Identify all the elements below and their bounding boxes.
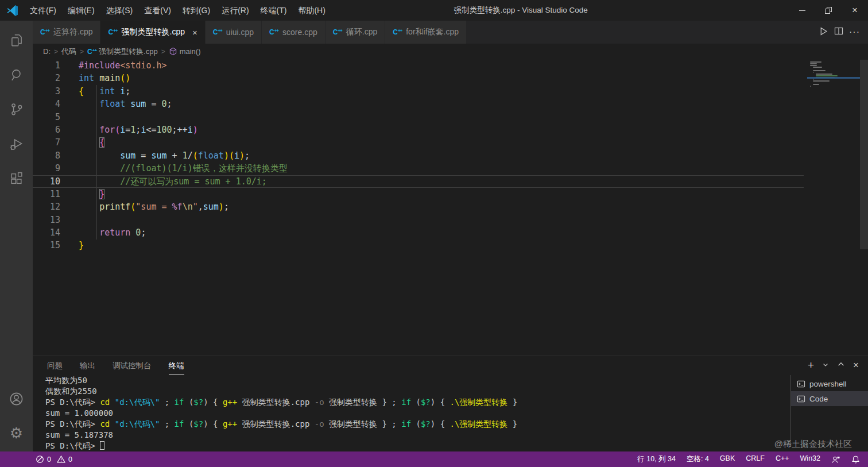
- menu-item[interactable]: 文件(F): [24, 6, 62, 15]
- code-line[interactable]: 2int main(): [33, 72, 804, 84]
- status-item[interactable]: GBK: [720, 454, 735, 464]
- account-icon[interactable]: [0, 384, 33, 414]
- menu-item[interactable]: 查看(V): [138, 6, 177, 15]
- notifications-bell-icon[interactable]: [851, 455, 860, 464]
- line-number[interactable]: 8: [33, 149, 60, 162]
- terminal-dropdown-chevron-icon[interactable]: [822, 360, 829, 370]
- minimize-button[interactable]: [789, 0, 815, 21]
- run-debug-icon[interactable]: [0, 129, 33, 159]
- source-control-icon[interactable]: [0, 94, 33, 124]
- status-item[interactable]: 空格: 4: [687, 454, 709, 464]
- code-token: #include: [79, 60, 120, 71]
- problems-status[interactable]: 0 0: [36, 455, 72, 464]
- search-icon[interactable]: [0, 60, 33, 90]
- terminal-list-item[interactable]: Code: [791, 391, 868, 406]
- line-number[interactable]: 2: [33, 72, 60, 84]
- minimap-line: [810, 61, 822, 63]
- panel-tab[interactable]: 调试控制台: [113, 356, 152, 375]
- panel-tab[interactable]: 终端: [169, 356, 184, 375]
- more-actions-button[interactable]: ···: [849, 27, 860, 37]
- code-line[interactable]: 9 //(float)(1/i)错误，这样并没转换类型: [33, 162, 804, 175]
- minimap-line: [816, 75, 838, 76]
- terminal-token: $?: [193, 419, 203, 429]
- breadcrumb-item[interactable]: C++强制类型转换.cpp: [87, 47, 158, 57]
- restore-button[interactable]: [815, 0, 842, 21]
- terminal-output[interactable]: 平均数为50偶数和为2550PS D:\代码> cd "d:\代码\" ; if…: [45, 375, 788, 451]
- close-panel-button[interactable]: ×: [853, 360, 859, 371]
- code-text: { int i;: [79, 85, 130, 98]
- line-number[interactable]: 1: [33, 59, 60, 72]
- code-line[interactable]: 4 float sum = 0;: [33, 98, 804, 110]
- status-item[interactable]: 行 10, 列 34: [637, 454, 676, 464]
- minimap[interactable]: [807, 59, 860, 87]
- code-line[interactable]: 13: [33, 214, 804, 226]
- terminal-token: ) {: [203, 419, 223, 429]
- line-number[interactable]: 10: [33, 175, 60, 188]
- code-line[interactable]: 15}: [33, 239, 804, 252]
- menu-item[interactable]: 选择(S): [100, 6, 139, 15]
- split-editor-button[interactable]: [834, 26, 843, 38]
- line-number[interactable]: 4: [33, 98, 60, 110]
- breadcrumb-item[interactable]: 代码: [61, 47, 76, 57]
- code-line[interactable]: 10 //还可以写为sum = sum + 1.0/i;: [33, 175, 804, 188]
- code-line[interactable]: 8 sum = sum + 1/(float)(i);: [33, 149, 804, 162]
- editor-tab[interactable]: C++uiui.cpp: [206, 21, 261, 44]
- line-number[interactable]: 14: [33, 226, 60, 239]
- line-number[interactable]: 3: [33, 85, 60, 98]
- breadcrumb-label: main(): [180, 47, 201, 56]
- extensions-icon[interactable]: [0, 163, 33, 193]
- code-token: float: [99, 99, 125, 109]
- line-number[interactable]: 6: [33, 123, 60, 136]
- settings-gear-icon[interactable]: ⚙: [0, 418, 33, 448]
- editor-tab[interactable]: C++运算符.cpp: [33, 21, 100, 44]
- status-item[interactable]: CRLF: [746, 454, 765, 464]
- line-number[interactable]: 7: [33, 136, 60, 149]
- code-line[interactable]: 11 }: [33, 188, 804, 200]
- menu-item[interactable]: 运行(R): [216, 6, 254, 15]
- code-line[interactable]: 3{ int i;: [33, 85, 804, 98]
- maximize-panel-button[interactable]: [837, 360, 845, 370]
- code-line[interactable]: 7 {: [33, 136, 804, 149]
- status-item[interactable]: Win32: [800, 454, 820, 464]
- panel-tab[interactable]: 问题: [47, 356, 63, 375]
- run-file-button[interactable]: [819, 26, 828, 38]
- code-line[interactable]: 14 return 0;: [33, 226, 804, 239]
- editor-tab[interactable]: C++强制类型转换.cpp×: [100, 21, 204, 44]
- code-text: printf("sum = %f\n",sum);: [79, 200, 229, 213]
- breadcrumb-item[interactable]: main(): [169, 47, 201, 56]
- menu-item[interactable]: 编辑(E): [62, 6, 100, 15]
- tab-close-icon[interactable]: ×: [192, 28, 197, 37]
- code-line[interactable]: 1#include<stdio.h>: [33, 59, 804, 72]
- terminal-list-label: powershell: [809, 380, 847, 388]
- code-line[interactable]: 6 for(i=1;i<=100;++i): [33, 123, 804, 136]
- code-line[interactable]: 5: [33, 111, 804, 123]
- line-number[interactable]: 12: [33, 200, 60, 213]
- line-number[interactable]: 11: [33, 188, 60, 200]
- editor-tab[interactable]: C++for和if嵌套.cpp: [385, 21, 466, 44]
- minimap-line: [813, 79, 813, 80]
- status-item[interactable]: C++: [776, 454, 789, 464]
- terminal-list-item[interactable]: powershell: [791, 376, 868, 391]
- code-token: %f: [172, 202, 183, 212]
- menu-item[interactable]: 转到(G): [177, 6, 216, 15]
- line-number[interactable]: 15: [33, 239, 60, 252]
- code-token: }: [99, 189, 104, 199]
- editor-scrollbar[interactable]: [860, 60, 868, 249]
- close-window-button[interactable]: ×: [842, 0, 868, 21]
- panel-tab[interactable]: 输出: [80, 356, 95, 375]
- menu-item[interactable]: 终端(T): [255, 6, 293, 15]
- code-line[interactable]: 12 printf("sum = %f\n",sum);: [33, 200, 804, 213]
- menu-item[interactable]: 帮助(H): [292, 6, 331, 15]
- breadcrumb-item[interactable]: D:: [43, 47, 51, 56]
- feedback-icon[interactable]: [831, 455, 840, 464]
- editor-tab[interactable]: C++循环.cpp: [326, 21, 385, 44]
- explorer-icon[interactable]: [0, 25, 33, 55]
- line-number[interactable]: 9: [33, 162, 60, 175]
- code-token: ): [239, 150, 245, 161]
- code-editor[interactable]: 1#include<stdio.h>2int main()3{ int i;4 …: [33, 59, 868, 356]
- line-number[interactable]: 13: [33, 214, 60, 226]
- editor-tab[interactable]: C++score.cpp: [262, 21, 325, 44]
- new-terminal-button[interactable]: +: [808, 359, 814, 372]
- line-number[interactable]: 5: [33, 111, 60, 123]
- code-token: }: [79, 240, 84, 250]
